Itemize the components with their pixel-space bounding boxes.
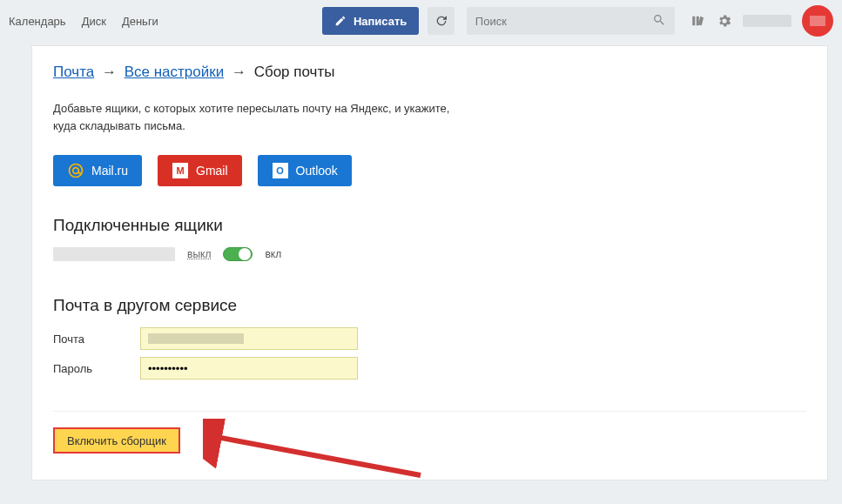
outlook-icon: O <box>272 162 289 179</box>
toggle-on-label: вкл <box>265 248 281 260</box>
connected-heading: Подключенные ящики <box>53 216 806 235</box>
email-field[interactable] <box>140 327 358 350</box>
password-label: Пароль <box>53 362 140 375</box>
refresh-icon <box>434 14 448 28</box>
password-row: Пароль <box>53 357 806 380</box>
svg-rect-0 <box>692 17 695 26</box>
provider-gmail-button[interactable]: M Gmail <box>158 155 242 186</box>
themes-icon[interactable] <box>690 13 706 29</box>
mailru-icon <box>67 162 84 179</box>
refresh-button[interactable] <box>428 7 455 35</box>
provider-label: Mail.ru <box>91 164 128 178</box>
email-value-blurred <box>148 333 244 344</box>
avatar[interactable] <box>802 5 833 37</box>
provider-outlook-button[interactable]: O Outlook <box>258 155 352 186</box>
breadcrumb-mail[interactable]: Почта <box>53 64 94 80</box>
search-box[interactable] <box>467 7 675 35</box>
compose-label: Написать <box>354 15 407 28</box>
search-input[interactable] <box>475 15 652 28</box>
nav-money[interactable]: Деньги <box>122 15 158 28</box>
header-right <box>690 5 833 37</box>
other-service-heading: Почта в другом сервисе <box>53 296 806 315</box>
username-placeholder[interactable] <box>743 15 791 27</box>
breadcrumb-arrow: → <box>102 64 117 80</box>
breadcrumb-all-settings[interactable]: Все настройки <box>125 64 224 80</box>
compose-icon <box>334 15 347 27</box>
breadcrumb-current: Сбор почты <box>254 64 335 80</box>
provider-label: Outlook <box>296 164 338 178</box>
breadcrumb-arrow: → <box>232 64 246 80</box>
password-field[interactable] <box>140 357 358 380</box>
toggle-knob <box>239 248 251 260</box>
settings-card: Почта → Все настройки → Сбор почты Добав… <box>31 45 828 480</box>
nav-disk[interactable]: Диск <box>82 15 106 28</box>
toggle-off-label[interactable]: выкл <box>187 248 211 260</box>
enable-collector-button[interactable]: Включить сборщик <box>53 427 180 454</box>
provider-mailru-button[interactable]: Mail.ru <box>53 155 142 186</box>
connected-email[interactable] <box>53 247 175 261</box>
avatar-icon <box>810 16 825 26</box>
email-row: Почта <box>53 327 806 350</box>
svg-point-3 <box>73 168 79 174</box>
settings-icon[interactable] <box>717 13 732 29</box>
connected-account-row: выкл вкл <box>53 247 806 261</box>
account-toggle[interactable] <box>223 247 253 261</box>
breadcrumb: Почта → Все настройки → Сбор почты <box>53 64 806 81</box>
compose-button[interactable]: Написать <box>322 7 419 35</box>
gmail-icon: M <box>172 162 189 179</box>
svg-point-2 <box>70 165 83 178</box>
svg-line-4 <box>212 436 421 475</box>
top-bar: Календарь Диск Деньги Написать <box>0 0 842 42</box>
provider-label: Gmail <box>196 164 228 178</box>
annotation-arrow <box>203 419 429 480</box>
intro-text: Добавьте ящики, с которых хотите пересыл… <box>53 100 506 134</box>
search-icon[interactable] <box>652 13 666 30</box>
provider-buttons: Mail.ru M Gmail O Outlook <box>53 155 806 186</box>
email-label: Почта <box>53 333 140 346</box>
nav-calendar[interactable]: Календарь <box>9 15 66 28</box>
divider <box>53 411 806 412</box>
